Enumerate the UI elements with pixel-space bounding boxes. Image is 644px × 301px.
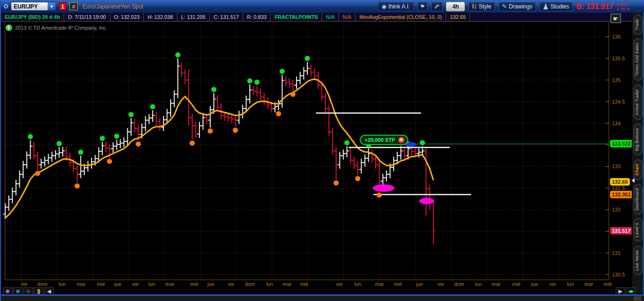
fractal-down-dot <box>290 92 296 97</box>
fractal-down-dot <box>107 159 112 164</box>
day-label: mié <box>394 281 402 287</box>
change-percent: -1.36 % <box>615 7 630 11</box>
fractal-up-dot <box>78 150 83 155</box>
day-label: lun <box>266 281 273 287</box>
think-ai-button[interactable]: ◉ think A.I. <box>378 2 414 11</box>
fractal-up-dot <box>305 56 310 61</box>
bar-low: L: 131.205 <box>177 13 210 21</box>
study-movavg-label[interactable]: MovAvgExponential (CLOSE, 10, 0) <box>355 13 446 21</box>
tab-level-ii[interactable]: Level II <box>634 219 643 242</box>
price-tick-label: 132 <box>612 207 620 212</box>
pattern-tool-button[interactable]: ⚑ <box>417 2 428 11</box>
fractal-down-dot <box>74 183 80 188</box>
fractal-up-dot <box>211 87 216 92</box>
day-label: lun <box>149 281 156 287</box>
price-axis[interactable]: ☛ 136135.5135134.5134133.5133132.5132131… <box>610 22 632 280</box>
studies-button[interactable]: Studies <box>539 2 573 11</box>
drawing-ellipse-magenta[interactable] <box>419 198 434 204</box>
day-label: dom <box>37 281 47 287</box>
fractal-up-dot <box>420 140 425 145</box>
tab-times-and-sales[interactable]: Times And Sales <box>634 39 643 81</box>
flask-icon <box>543 3 548 9</box>
timeframe-button[interactable]: 4h <box>446 2 465 11</box>
drawing-ellipse-magenta[interactable] <box>373 184 395 192</box>
day-label: vie <box>132 281 139 287</box>
day-label: mar <box>283 281 292 287</box>
day-label: vie <box>336 281 343 287</box>
price-tick-label: 134.5 <box>612 99 625 105</box>
drawings-button[interactable]: ✎ Drawings <box>498 2 536 11</box>
fractal-up-dot <box>247 78 252 83</box>
pencil-icon: ✎ <box>502 4 507 9</box>
expand-timeline-button[interactable]: ◀|▶ <box>626 287 636 295</box>
change-absolute: -1.818 <box>615 2 630 7</box>
fractal-up-dot <box>28 134 33 139</box>
order-bubble-label: +20,000 STP <box>365 137 396 143</box>
info-icon[interactable]: i <box>6 24 12 31</box>
copyright-row: i 2013 © TD Ameritrade IP Company, Inc. <box>6 24 107 31</box>
day-label: lun <box>475 281 482 287</box>
hand-tool-button[interactable]: ☛ <box>611 14 621 23</box>
fractal-up-dot <box>344 140 349 145</box>
hash-button[interactable]: # <box>69 2 78 10</box>
bottom-toolbar: ⊕ ⊕ ⊖ $ ◀ ▶ ◀|▶ <box>1 288 632 294</box>
study-fractalpoints-label[interactable]: FRACTALPOINTS <box>271 13 322 21</box>
fractal-down-dot <box>333 180 339 186</box>
style-button[interactable]: Style <box>468 2 495 11</box>
window-bottom-strip <box>1 296 644 301</box>
thinkorswim-chart-window: EUR/JPY ▼ 1 # Euro/JapaneseYen Spot ◉ th… <box>0 0 644 301</box>
order-bubble[interactable]: +20,000 STP ✕ <box>360 135 409 145</box>
fractal-value-1: N/A <box>322 13 339 21</box>
tab-big-buttons[interactable]: Big Buttons <box>634 124 643 155</box>
currency-button[interactable]: $ <box>34 287 43 295</box>
day-label: mar <box>492 281 501 287</box>
day-label: vie <box>228 281 234 287</box>
bid-label: B: <box>576 2 584 11</box>
price-tick-label: 135 <box>612 77 620 83</box>
resize-grip[interactable] <box>634 296 641 301</box>
tab-dashboard[interactable]: Dashboard <box>634 184 643 214</box>
fractal-up-dot <box>150 104 155 109</box>
tab-live-news[interactable]: Live News <box>634 246 643 275</box>
day-label: mié <box>512 281 520 287</box>
fractal-up-dot <box>280 69 285 74</box>
symbol-description: Euro/JapaneseYen Spot <box>83 3 143 10</box>
fractal-up-dot <box>175 52 181 57</box>
chevron-down-icon[interactable]: ▼ <box>48 2 56 10</box>
day-label: mié <box>97 281 105 287</box>
link-number-badge[interactable]: 1 <box>59 2 66 10</box>
time-axis[interactable]: viedomlunmarmiéjuevielunmarmiéjueviedoml… <box>1 280 632 288</box>
chart-symbol-info: EUR/JPY (BID) 20 d 4h <box>1 13 64 21</box>
settings-wrench-button[interactable] <box>431 2 443 11</box>
scroll-left-button[interactable]: ◀ <box>44 287 54 295</box>
symbol-dropdown[interactable]: EUR/JPY ▼ <box>11 2 56 11</box>
day-label: mié <box>300 281 308 287</box>
pan-mode-button[interactable]: ⊕ <box>3 287 12 295</box>
price-chart-canvas[interactable] <box>1 22 610 280</box>
tab-trade[interactable]: Trade <box>634 15 643 34</box>
price-tick-label: 134 <box>612 121 620 126</box>
zoom-out-button[interactable]: ⊖ <box>24 287 33 295</box>
wrench-icon <box>434 3 440 9</box>
fractal-up-dot <box>129 112 134 117</box>
fractal-value-2: N/A <box>339 13 355 21</box>
fractal-up-dot <box>100 136 105 141</box>
price-tick-label: 132.5 <box>612 185 625 191</box>
tab-chart[interactable]: Chart <box>634 160 643 180</box>
tab-active-trader[interactable]: Active Trader <box>634 85 643 120</box>
bar-range: R: 0.833 <box>243 13 271 21</box>
day-label: vie <box>438 281 444 287</box>
candlestick-icon <box>472 3 477 9</box>
bid-price: 131.517 <box>586 2 613 11</box>
cancel-order-icon[interactable]: ✕ <box>398 137 405 144</box>
chart-area[interactable]: i 2013 © TD Ameritrade IP Company, Inc. … <box>1 22 610 280</box>
bar-date: D: 7/11/13 19:00 <box>64 13 110 21</box>
fractal-up-dot <box>57 141 62 146</box>
scroll-right-button[interactable]: ▶ <box>616 287 625 295</box>
fractal-down-dot <box>377 192 382 197</box>
copyright-text: 2013 © TD Ameritrade IP Company, Inc. <box>15 25 107 31</box>
fractal-up-dot <box>114 134 119 139</box>
zoom-in-button[interactable]: ⊕ <box>13 287 23 295</box>
day-label: mar <box>585 281 594 287</box>
price-badge: 132.65 <box>610 178 630 186</box>
